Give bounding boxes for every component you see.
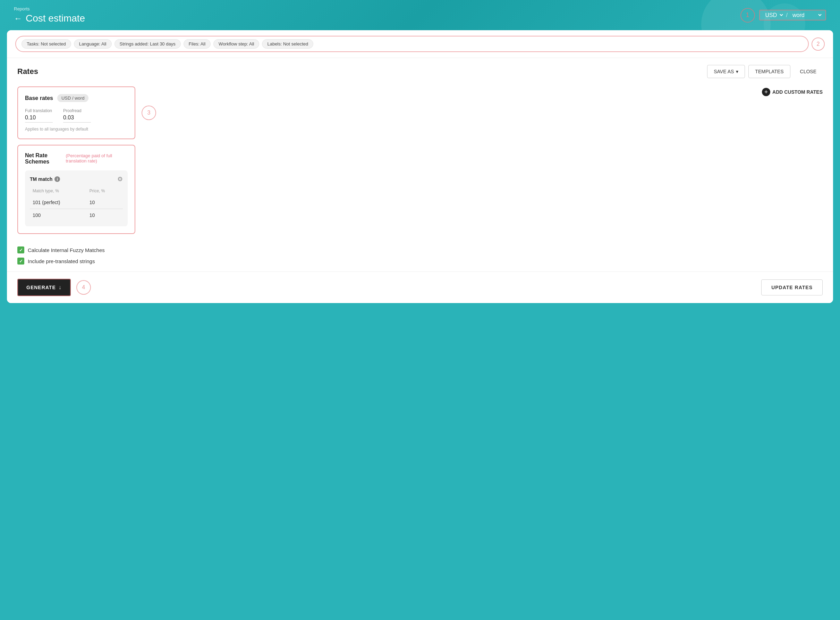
full-translation-value[interactable]: 0.10 <box>25 114 53 123</box>
close-button[interactable]: CLOSE <box>794 65 823 78</box>
step1-badge: 1 <box>740 8 755 23</box>
base-rates-note: Applies to all languages by default <box>25 127 128 132</box>
filters-wrapper: Tasks: Not selected Language: All String… <box>15 36 809 52</box>
full-translation-field: Full translation 0.10 <box>25 108 53 123</box>
save-as-button[interactable]: SAVE AS ▾ <box>707 65 745 78</box>
checkbox-pretranslated-label: Include pre-translated strings <box>28 258 95 264</box>
breadcrumb: Reports <box>14 6 85 12</box>
unit-badge: USD / word <box>57 94 88 102</box>
checkboxes-section: Calculate Internal Fuzzy Matches Include… <box>7 241 833 271</box>
step4-badge: 4 <box>76 280 91 295</box>
dropdown-arrow-icon: ▾ <box>736 69 738 74</box>
base-rates-title: Base rates <box>25 95 53 101</box>
filter-chip-language[interactable]: Language: All <box>74 39 112 48</box>
tm-match-title: TM match i <box>30 176 60 182</box>
col-price-header: Price, % <box>87 187 123 196</box>
rates-left: Base rates USD / word Full translation 0… <box>17 86 135 234</box>
net-rate-subtitle: (Percentage paid of full translation rat… <box>66 153 128 164</box>
info-icon[interactable]: i <box>54 176 60 182</box>
back-arrow-icon[interactable]: ← <box>14 14 22 23</box>
tm-table: Match type, % Price, % 101 (perfect) 10 <box>30 187 123 221</box>
checkbox-fuzzy[interactable] <box>17 247 24 253</box>
header: Reports ← Cost estimate 1 USD EUR GBP / … <box>0 0 840 30</box>
filter-chip-tasks[interactable]: Tasks: Not selected <box>21 39 71 48</box>
unit-select[interactable]: word character <box>790 12 823 18</box>
step3-badge: 3 <box>141 105 156 120</box>
rates-body: Base rates USD / word Full translation 0… <box>17 86 823 234</box>
gear-icon[interactable]: ⚙ <box>117 175 123 183</box>
footer-left: GENERATE ↓ 4 <box>17 279 91 296</box>
checkbox-row-pretranslated: Include pre-translated strings <box>17 257 823 265</box>
generate-button[interactable]: GENERATE ↓ <box>17 279 71 296</box>
table-row: 100 10 <box>30 209 123 222</box>
step2-badge: 2 <box>812 38 825 51</box>
filter-chip-files[interactable]: Files: All <box>183 39 211 48</box>
templates-button[interactable]: TEMPLATES <box>748 65 790 78</box>
main-content: Tasks: Not selected Language: All String… <box>7 30 833 303</box>
filter-chip-workflow[interactable]: Workflow step: All <box>213 39 259 48</box>
plus-circle-icon: + <box>762 88 770 96</box>
rates-header: Rates SAVE AS ▾ TEMPLATES CLOSE <box>17 65 823 78</box>
proofread-label: Proofread <box>63 108 91 113</box>
base-rates-box: Base rates USD / word Full translation 0… <box>17 86 135 139</box>
match-type-1: 101 (perfect) <box>30 196 87 209</box>
filters-bar: Tasks: Not selected Language: All String… <box>7 30 833 58</box>
currency-selectors: USD EUR GBP / word character <box>759 10 826 21</box>
filter-chip-labels[interactable]: Labels: Not selected <box>262 39 313 48</box>
currency-divider: / <box>785 12 789 18</box>
base-rates-fields: Full translation 0.10 Proofread 0.03 <box>25 108 128 123</box>
base-rates-header: Base rates USD / word <box>25 94 128 102</box>
filter-chip-strings[interactable]: Strings added: Last 30 days <box>114 39 181 48</box>
header-left: Reports ← Cost estimate <box>14 6 85 24</box>
add-custom-rates-button[interactable]: + ADD CUSTOM RATES <box>762 88 823 96</box>
checkbox-fuzzy-label: Calculate Internal Fuzzy Matches <box>28 247 105 253</box>
full-translation-label: Full translation <box>25 108 53 113</box>
header-right: 1 USD EUR GBP / word character <box>740 8 826 23</box>
page-title: ← Cost estimate <box>14 13 85 24</box>
currency-select[interactable]: USD EUR GBP <box>763 12 784 18</box>
rates-section: Rates SAVE AS ▾ TEMPLATES CLOSE Base rat… <box>7 58 833 241</box>
rates-actions: SAVE AS ▾ TEMPLATES CLOSE <box>707 65 823 78</box>
net-rate-header: Net Rate Schemes (Percentage paid of ful… <box>25 152 128 165</box>
footer-bar: GENERATE ↓ 4 UPDATE RATES <box>7 271 833 303</box>
col-match-header: Match type, % <box>30 187 87 196</box>
tm-match-header: TM match i ⚙ <box>30 175 123 183</box>
price-2[interactable]: 10 <box>87 209 123 222</box>
net-rate-title: Net Rate Schemes <box>25 152 63 165</box>
checkbox-pretranslated[interactable] <box>17 257 24 265</box>
rates-right: + ADD CUSTOM RATES <box>135 86 823 234</box>
down-arrow-icon: ↓ <box>58 284 62 290</box>
proofread-field: Proofread 0.03 <box>63 108 91 123</box>
net-rate-box: Net Rate Schemes (Percentage paid of ful… <box>17 145 135 234</box>
match-type-2: 100 <box>30 209 87 222</box>
rates-title: Rates <box>17 67 38 76</box>
checkbox-row-fuzzy: Calculate Internal Fuzzy Matches <box>17 247 823 253</box>
tm-match-card: TM match i ⚙ Match type, % Price, % <box>25 170 128 226</box>
page-title-text: Cost estimate <box>26 13 85 24</box>
table-row: 101 (perfect) 10 <box>30 196 123 209</box>
update-rates-button[interactable]: UPDATE RATES <box>761 280 823 295</box>
proofread-value[interactable]: 0.03 <box>63 114 91 123</box>
price-1[interactable]: 10 <box>87 196 123 209</box>
